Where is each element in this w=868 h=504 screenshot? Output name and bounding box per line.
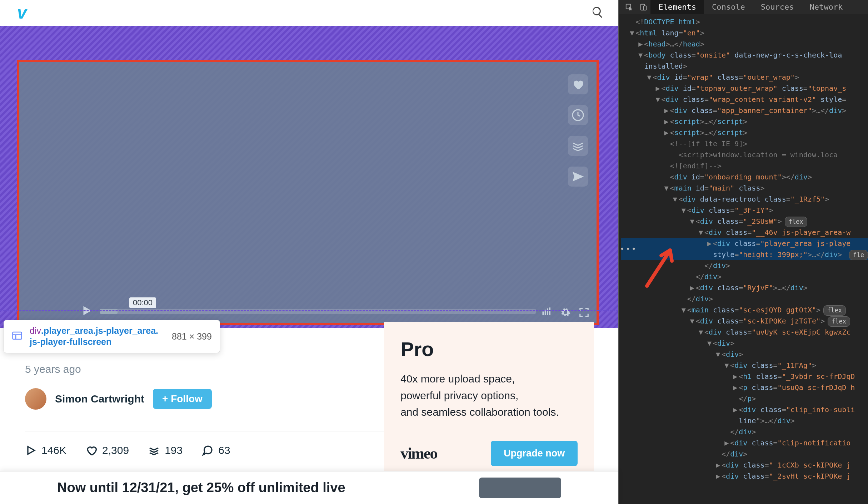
settings-icon[interactable]: [560, 307, 571, 319]
devtools-tabs: Elements Console Sources Network: [619, 0, 868, 14]
dom-tree-line[interactable]: </div>: [621, 293, 868, 305]
collections-button[interactable]: [568, 136, 588, 156]
selected-element-highlight: 00:00: [17, 60, 599, 325]
annotation-arrow: [643, 245, 675, 291]
dom-tree-line[interactable]: ▼<div class="__46v js-player_area-w: [621, 227, 868, 238]
upgrade-button[interactable]: Upgrade now: [491, 441, 578, 466]
dom-tree-line[interactable]: ▶<div class="clip-notificatio: [621, 438, 868, 449]
dom-tree-line[interactable]: ▼<div class="_2SUsW">flex: [621, 216, 868, 227]
dom-tree-line[interactable]: ▼<div>: [621, 338, 868, 349]
dom-tree-line[interactable]: ▼<div class="wrap_content variant-v2" st…: [621, 94, 868, 105]
dom-tree-line[interactable]: ▼<html lang="en">: [621, 28, 868, 39]
banner-text: Now until 12/31/21, get 25% off unlimite…: [57, 480, 345, 495]
tooltip-tag: div: [30, 326, 41, 336]
promo-line: powerful privacy options,: [400, 387, 578, 404]
promo-title: Pro: [400, 337, 578, 361]
tooltip-classes-2: js-player-fullscreen: [30, 337, 111, 347]
dom-tree-line[interactable]: ▼<div>: [621, 349, 868, 360]
collections-stat: 193: [148, 444, 183, 456]
dom-tree-line[interactable]: ▶<head>…</head>: [621, 39, 868, 50]
dom-tree-line[interactable]: ▼<div class="uvUyK sc-eXEjpC kgwxZc: [621, 327, 868, 338]
share-button[interactable]: [568, 167, 588, 187]
dom-tree-line[interactable]: ▶<script>…</script>: [621, 116, 868, 127]
promo-line: and seamless collaboration tools.: [400, 404, 578, 421]
dom-tree-line[interactable]: ▼<div class="sc-kIPQKe jzTGTe">flex: [621, 316, 868, 327]
dom-tree-line[interactable]: ▼<div data-reactroot class="_1Rzf5">: [621, 194, 868, 205]
dom-tree-line[interactable]: ▶<div class="clip_info-subli: [621, 404, 868, 415]
dom-tree-line[interactable]: ▼<div class="_3F-IY">: [621, 205, 868, 216]
vimeo-wordmark: vimeo: [400, 444, 437, 463]
dom-tree-line[interactable]: ▶<div class="_1cCXb sc-kIPQKe j: [621, 460, 868, 471]
dom-tree-line[interactable]: <!DOCTYPE html>: [621, 16, 868, 28]
margin-indicator-line: [0, 310, 618, 311]
bottom-banner: Now until 12/31/21, get 25% off unlimite…: [0, 471, 618, 504]
dom-tree-line[interactable]: </p>: [621, 393, 868, 404]
tab-console[interactable]: Console: [704, 0, 753, 14]
plays-stat: 146K: [25, 444, 66, 456]
inspect-element-icon[interactable]: [622, 0, 636, 14]
dom-tree-line[interactable]: <div id="onboarding_mount"></div>: [621, 172, 868, 183]
dom-tree-line[interactable]: ▶<script>…</script>: [621, 127, 868, 138]
progress-time-tooltip: 00:00: [129, 297, 156, 308]
dom-tree-line[interactable]: ▼<main id="main" class>: [621, 183, 868, 194]
dom-tree-line[interactable]: ▶<div id="topnav_outer_wrap" class="topn…: [621, 83, 868, 94]
progress-bar[interactable]: 00:00: [100, 308, 536, 315]
tooltip-dimensions: 881 × 399: [165, 331, 212, 342]
vimeo-logo[interactable]: v: [17, 4, 27, 21]
dom-tree-line[interactable]: <![endif]-->: [621, 160, 868, 172]
dom-tree-line[interactable]: </div>: [621, 449, 868, 460]
dom-tree-line[interactable]: ▼<div id="wrap" class="outer_wrap">: [621, 72, 868, 83]
dom-tree-line[interactable]: line">…</div>: [621, 415, 868, 426]
player-controls: 00:00: [80, 302, 536, 321]
dom-tree-line[interactable]: ▶<div class="app_banner_container">…</di…: [621, 105, 868, 116]
inspector-tooltip: div.player_area.js-player_area. js-playe…: [4, 320, 220, 353]
dom-tree-line[interactable]: ▶<div class="_2svHt sc-kIPQKe j: [621, 471, 868, 482]
elements-tree[interactable]: ••• <!DOCTYPE html> ▼<html lang="en"> ▶<…: [619, 14, 868, 504]
author-name[interactable]: Simon Cartwright: [55, 393, 144, 405]
dom-tree-line[interactable]: </div>: [621, 426, 868, 438]
play-button[interactable]: [80, 304, 94, 319]
video-side-actions: [568, 74, 588, 187]
dom-tree-line[interactable]: ▼<main class="sc-esjQYD ggtOtX">flex: [621, 305, 868, 316]
devtools-panel: Elements Console Sources Network ••• <!D…: [618, 0, 868, 504]
browser-viewport: v 00:00: [0, 0, 618, 504]
svg-rect-9: [644, 6, 646, 10]
svg-rect-2: [547, 308, 548, 315]
dom-tree-line[interactable]: <script>window.location = window.loca: [621, 149, 868, 160]
device-toolbar-icon[interactable]: [636, 0, 650, 14]
layout-icon: [12, 330, 23, 342]
like-button[interactable]: [568, 74, 588, 94]
dom-tree-line[interactable]: <!--[if lte IE 9]>: [621, 138, 868, 149]
svg-rect-4: [13, 332, 22, 339]
avatar[interactable]: [25, 388, 46, 410]
svg-rect-0: [543, 312, 544, 315]
player-area-wrap: 00:00: [0, 26, 618, 328]
follow-button[interactable]: + Follow: [153, 389, 212, 409]
tab-network[interactable]: Network: [802, 0, 851, 14]
pro-promo-card: Pro 40x more upload space, powerful priv…: [384, 322, 594, 482]
tab-elements[interactable]: Elements: [650, 0, 704, 14]
tab-sources[interactable]: Sources: [753, 0, 802, 14]
dom-tree-line[interactable]: ▶<h1 class="_3vbdr sc-frDJqD: [621, 371, 868, 382]
promo-line: 40x more upload space,: [400, 371, 578, 387]
tooltip-classes-1: .player_area.js-player_area.: [41, 326, 158, 336]
dom-tree-line[interactable]: ▼<div class="_11FAg">: [621, 360, 868, 371]
ellipsis-icon[interactable]: •••: [620, 243, 637, 255]
dom-tree-line[interactable]: installed>: [621, 61, 868, 72]
dom-tree-line[interactable]: ▶<p class="usuQa sc-frDJqD h: [621, 382, 868, 393]
likes-stat: 2,309: [86, 444, 129, 456]
search-icon[interactable]: [591, 6, 604, 20]
banner-cta[interactable]: [479, 478, 561, 498]
dom-tree-line[interactable]: ▼<body class="onsite" data-new-gr-c-s-ch…: [621, 50, 868, 61]
volume-button[interactable]: [542, 307, 552, 319]
top-nav: v: [0, 0, 618, 26]
comments-stat: 63: [202, 444, 230, 456]
fullscreen-icon[interactable]: [579, 307, 589, 319]
watch-later-button[interactable]: [568, 105, 588, 125]
